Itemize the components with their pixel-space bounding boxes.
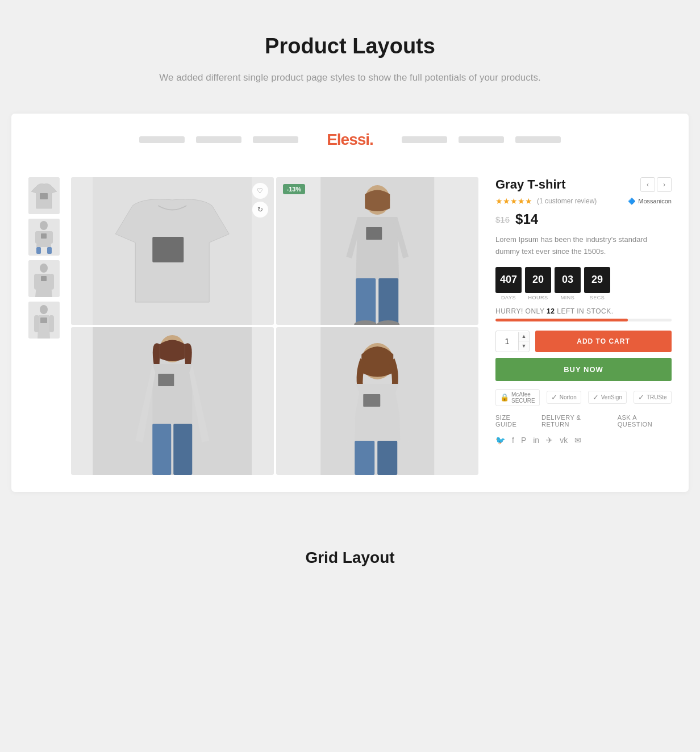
product-info-panel: Gray T-shirt ‹ › ★★★★★ (1 customer revie… — [490, 177, 672, 445]
norton-icon: ✓ — [551, 393, 557, 402]
trust-badge-mcafee: 🔒 McAfeeSECURE — [495, 389, 540, 406]
product-image-model-3 — [276, 327, 479, 475]
add-to-cart-button[interactable]: ADD TO CART — [535, 331, 672, 352]
svg-rect-18 — [49, 315, 54, 332]
vk-icon[interactable]: vk — [560, 436, 568, 445]
thumbnail-4[interactable] — [28, 302, 60, 339]
star-rating: ★★★★★ — [495, 197, 532, 206]
stock-bar — [495, 319, 672, 321]
page-subtitle: We added different single product page s… — [151, 70, 549, 85]
pinterest-icon[interactable]: P — [521, 436, 526, 445]
mcafee-icon: 🔒 — [500, 393, 509, 402]
verisign-icon: ✓ — [593, 393, 599, 402]
quantity-buttons: ▲ ▼ — [518, 332, 529, 350]
price-old: $16 — [495, 215, 510, 224]
trust-badge-verisign: ✓ VeriSign — [588, 391, 627, 404]
trust-badge-norton: ✓ Norton — [547, 391, 581, 404]
svg-rect-24 — [356, 278, 376, 325]
rating-row: ★★★★★ (1 customer review) 🔷 Mossanicon — [495, 197, 672, 206]
facebook-icon[interactable]: f — [512, 436, 514, 445]
svg-rect-1 — [40, 193, 48, 199]
mcafee-label: McAfeeSECURE — [511, 391, 535, 404]
svg-rect-17 — [34, 315, 39, 332]
nav-placeholder-6 — [515, 136, 561, 143]
compare-button[interactable]: ↻ — [252, 202, 268, 218]
svg-rect-35 — [363, 394, 380, 407]
svg-rect-13 — [49, 274, 54, 290]
mail-icon[interactable]: ✉ — [574, 436, 581, 445]
delivery-return-link[interactable]: DELIVERY & RETURN — [541, 414, 609, 428]
main-images-grid: ♡ ↻ — [71, 177, 478, 475]
rating-text: (1 customer review) — [537, 197, 597, 205]
product-image-model-1: -13% — [276, 177, 479, 325]
product-image-front: ♡ ↻ — [71, 177, 274, 325]
countdown-days-label: DAYS — [501, 295, 516, 300]
thumbnail-2[interactable] — [28, 219, 60, 256]
countdown-hours-value: 20 — [525, 267, 551, 293]
wishlist-icons: ♡ ↻ — [252, 183, 268, 218]
price-row: $16 $14 — [495, 211, 672, 227]
stock-fill — [495, 319, 628, 321]
quantity-down-button[interactable]: ▼ — [519, 341, 529, 350]
brand-badge: 🔷 Mossanicon — [628, 198, 672, 205]
product-image-model-2 — [71, 327, 274, 475]
svg-rect-20 — [152, 237, 184, 262]
section-header: Product Layouts We added different singl… — [11, 34, 689, 85]
svg-rect-31 — [152, 424, 171, 475]
stock-text: HURRY! ONLY 12 LEFT IN STOCK. — [495, 307, 672, 315]
svg-rect-12 — [34, 274, 39, 290]
svg-point-15 — [40, 305, 48, 314]
norton-label: Norton — [560, 394, 577, 400]
svg-rect-32 — [173, 424, 192, 475]
countdown-mins-value: 03 — [555, 267, 581, 293]
twitter-icon[interactable]: 🐦 — [495, 436, 505, 445]
svg-rect-5 — [35, 231, 39, 244]
prev-product-button[interactable]: ‹ — [640, 177, 655, 192]
product-title-row: Gray T-shirt ‹ › — [495, 177, 672, 192]
quantity-value[interactable]: 1 — [496, 337, 518, 346]
product-layout: ♡ ↻ — [28, 177, 672, 475]
ask-question-link[interactable]: ASK A QUESTION — [618, 414, 672, 428]
size-guide-link[interactable]: SIZE GUIDE — [495, 414, 532, 428]
thumbnail-3[interactable] — [28, 260, 60, 297]
brand-badge-icon: 🔷 — [628, 198, 636, 205]
nav-placeholder-3 — [253, 136, 298, 143]
telegram-icon[interactable]: ✈ — [546, 436, 553, 445]
stock-count: 12 — [547, 307, 555, 315]
quantity-up-button[interactable]: ▲ — [519, 332, 529, 341]
svg-rect-11 — [41, 276, 47, 281]
page-wrapper: Product Layouts We added different singl… — [0, 0, 700, 624]
next-product-button[interactable]: › — [657, 177, 672, 192]
countdown-secs-label: SECS — [590, 295, 605, 300]
countdown-hours: 20 HOURS — [525, 267, 551, 300]
svg-rect-30 — [158, 374, 174, 386]
svg-rect-4 — [41, 233, 47, 239]
svg-rect-36 — [355, 441, 374, 475]
svg-rect-16 — [40, 317, 47, 323]
svg-rect-7 — [36, 247, 41, 254]
nav-placeholder-4 — [402, 136, 447, 143]
countdown-mins-label: MINS — [561, 295, 575, 300]
svg-rect-37 — [377, 441, 397, 475]
nav-placeholder-2 — [196, 136, 241, 143]
nav-placeholder-1 — [139, 136, 185, 143]
countdown-days-value: 407 — [495, 267, 522, 293]
price-new: $14 — [515, 211, 538, 227]
svg-rect-23 — [366, 227, 382, 240]
svg-rect-8 — [47, 247, 52, 254]
trust-badges: 🔒 McAfeeSECURE ✓ Norton ✓ VeriSign ✓ TRU… — [495, 389, 672, 406]
verisign-label: VeriSign — [601, 394, 622, 400]
product-links: SIZE GUIDE DELIVERY & RETURN ASK A QUEST… — [495, 414, 672, 428]
linkedin-icon[interactable]: in — [533, 436, 539, 445]
buy-now-button[interactable]: BUY NOW — [495, 358, 672, 381]
brand-logo: Elessi. — [310, 131, 390, 149]
grid-layout-section: Grid Layout — [11, 526, 689, 578]
wishlist-button[interactable]: ♡ — [252, 183, 268, 199]
grid-layout-title: Grid Layout — [11, 549, 689, 567]
quantity-input: 1 ▲ ▼ — [495, 331, 530, 352]
image-row-top: ♡ ↻ — [71, 177, 478, 325]
product-title: Gray T-shirt — [495, 177, 565, 192]
card-navbar: Elessi. — [28, 131, 672, 160]
thumbnail-1[interactable] — [28, 177, 60, 214]
countdown-days: 407 DAYS — [495, 267, 522, 300]
